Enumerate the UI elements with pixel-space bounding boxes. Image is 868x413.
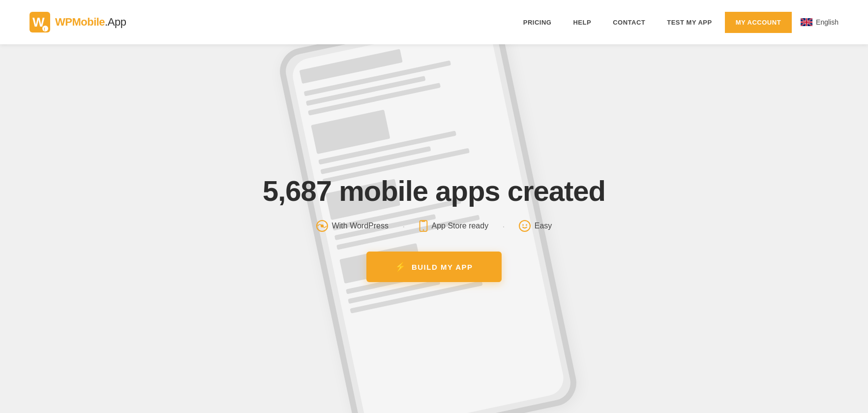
hero-features: With WordPress · App Store ready · xyxy=(263,220,605,232)
feature-appstore-label: App Store ready xyxy=(432,222,489,230)
bolt-icon: ⚡ xyxy=(395,261,407,272)
svg-text:!: ! xyxy=(44,27,45,32)
header: W ! WPMobile.App PRICING HELP CONTACT TE… xyxy=(0,0,868,44)
svg-point-9 xyxy=(422,229,424,231)
main-nav: PRICING HELP CONTACT TEST MY APP MY ACCO… xyxy=(514,12,838,33)
svg-point-10 xyxy=(519,221,530,231)
nav-item-test-my-app[interactable]: TEST MY APP xyxy=(658,14,720,31)
feature-wordpress-label: With WordPress xyxy=(332,222,389,230)
feature-separator-2: · xyxy=(502,221,505,232)
build-my-app-label: BUILD MY APP xyxy=(412,263,473,271)
my-account-button[interactable]: MY ACCOUNT xyxy=(725,12,792,33)
nav-item-pricing[interactable]: PRICING xyxy=(514,14,561,31)
flag-uk-icon xyxy=(801,18,812,26)
language-selector[interactable]: English xyxy=(801,18,838,26)
feature-separator-1: · xyxy=(402,221,405,232)
nav-item-contact[interactable]: CONTACT xyxy=(604,14,654,31)
nav-item-help[interactable]: HELP xyxy=(564,14,600,31)
language-label: English xyxy=(816,18,838,26)
svg-point-11 xyxy=(522,224,524,226)
logo[interactable]: W ! WPMobile.App xyxy=(30,12,126,32)
logo-icon: W ! xyxy=(30,12,50,32)
smile-icon xyxy=(519,220,531,232)
svg-point-2 xyxy=(42,26,48,32)
feature-wordpress: With WordPress xyxy=(316,220,389,232)
logo-text: WPMobile.App xyxy=(55,16,126,29)
svg-rect-8 xyxy=(421,221,425,222)
feature-easy: Easy xyxy=(519,220,552,232)
phone-icon xyxy=(419,220,428,232)
hero-section: 5,687 mobile apps created With WordPress… xyxy=(0,44,868,413)
feature-easy-label: Easy xyxy=(535,222,552,230)
feature-appstore: App Store ready xyxy=(419,220,489,232)
hero-title: 5,687 mobile apps created xyxy=(263,175,605,207)
svg-point-12 xyxy=(526,224,527,226)
hero-content: 5,687 mobile apps created With WordPress… xyxy=(263,175,605,283)
build-my-app-button[interactable]: ⚡ BUILD MY APP xyxy=(366,252,501,282)
wordpress-icon xyxy=(316,220,328,232)
